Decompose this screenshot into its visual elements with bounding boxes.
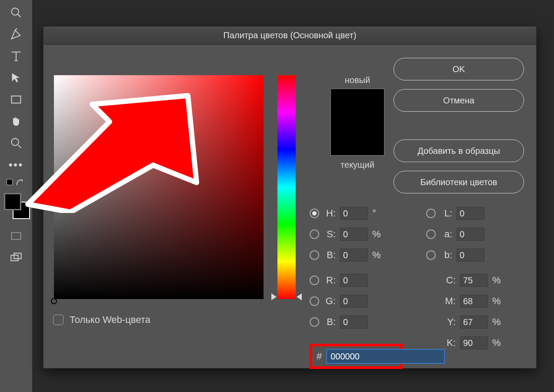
b-label: B: xyxy=(324,249,336,261)
color-field[interactable] xyxy=(54,75,264,299)
rectangle-tool-icon[interactable] xyxy=(4,89,28,110)
more-tools-icon[interactable]: ••• xyxy=(4,154,28,176)
brightness-radio[interactable] xyxy=(310,250,319,260)
svg-line-1 xyxy=(18,14,21,17)
h-unit: ° xyxy=(372,208,383,219)
web-colors-option[interactable]: Только Web-цвета xyxy=(53,314,150,326)
svg-point-7 xyxy=(12,139,19,146)
hue-slider-handle-right-icon[interactable] xyxy=(297,293,302,300)
preview-current-label: текущий xyxy=(310,160,405,170)
k-label: K: xyxy=(440,337,456,349)
k-unit: % xyxy=(492,337,503,349)
add-to-swatches-button[interactable]: Добавить в образцы xyxy=(394,140,524,162)
color-picker-dialog: Палитра цветов (Основной цвет) новый тек… xyxy=(43,26,537,369)
green-radio[interactable] xyxy=(310,296,319,306)
b-unit: % xyxy=(372,249,383,261)
r-input[interactable] xyxy=(340,274,368,287)
svg-line-8 xyxy=(18,145,21,148)
ok-button[interactable]: OK xyxy=(394,58,524,80)
screen-mode-tool-icon[interactable] xyxy=(4,247,28,269)
red-radio[interactable] xyxy=(310,276,319,285)
magnifier-tool-icon[interactable] xyxy=(4,2,28,23)
s-label: S: xyxy=(324,229,336,240)
rgb-b-label: B: xyxy=(324,316,336,328)
preview-current-color[interactable] xyxy=(331,122,384,155)
s-unit: % xyxy=(372,229,383,240)
y-label: Y: xyxy=(440,316,456,328)
y-unit: % xyxy=(492,316,503,328)
color-preview: новый текущий xyxy=(310,75,405,170)
lab-b-input[interactable] xyxy=(457,249,484,262)
blue-radio[interactable] xyxy=(310,317,319,327)
m-input[interactable] xyxy=(460,295,488,308)
k-input[interactable] xyxy=(460,336,488,349)
b-input[interactable] xyxy=(340,249,368,262)
c-unit: % xyxy=(492,275,503,286)
hex-input[interactable] xyxy=(326,349,445,364)
svg-rect-6 xyxy=(12,96,21,103)
a-label: a: xyxy=(440,229,452,240)
g-input[interactable] xyxy=(340,295,368,308)
hue-slider-handle-left-icon[interactable] xyxy=(271,293,277,300)
foreground-color-swatch[interactable] xyxy=(4,193,21,210)
g-label: G: xyxy=(324,296,336,307)
zoom-tool-icon[interactable] xyxy=(4,132,28,154)
a-radio[interactable] xyxy=(426,229,436,239)
web-colors-checkbox[interactable] xyxy=(53,315,63,325)
quickmask-tool-icon[interactable] xyxy=(4,225,28,247)
svg-point-0 xyxy=(12,8,19,15)
dialog-title: Палитра цветов (Основной цвет) xyxy=(224,30,357,40)
pen-tool-icon[interactable] xyxy=(4,23,28,45)
c-input[interactable] xyxy=(460,274,488,287)
a-input[interactable] xyxy=(457,228,484,241)
l-input[interactable] xyxy=(457,207,484,220)
m-label: M: xyxy=(440,296,456,307)
lab-b-label: b: xyxy=(440,249,452,261)
hue-slider[interactable] xyxy=(277,75,296,299)
s-input[interactable] xyxy=(340,228,368,241)
svg-rect-11 xyxy=(14,253,21,259)
svg-point-12 xyxy=(51,299,57,304)
cancel-button[interactable]: Отмена xyxy=(394,89,524,112)
tools-panel: ••• xyxy=(0,0,32,392)
r-label: R: xyxy=(324,275,336,286)
path-select-tool-icon[interactable] xyxy=(4,67,28,89)
dialog-titlebar: Палитра цветов (Основной цвет) xyxy=(43,27,536,45)
hex-hash-label: # xyxy=(317,351,322,362)
svg-rect-10 xyxy=(11,255,18,261)
l-label: L: xyxy=(440,208,452,219)
lab-b-radio[interactable] xyxy=(426,250,436,260)
l-radio[interactable] xyxy=(426,209,436,218)
default-colors-icon[interactable] xyxy=(4,179,28,191)
color-libraries-button[interactable]: Библиотеки цветов xyxy=(394,171,524,193)
c-label: C: xyxy=(440,275,456,286)
hue-radio[interactable] xyxy=(310,209,319,218)
y-input[interactable] xyxy=(460,316,488,329)
h-label: H: xyxy=(324,208,336,219)
h-input[interactable] xyxy=(340,207,368,220)
preview-new-label: новый xyxy=(310,75,405,85)
color-swatches[interactable] xyxy=(3,193,29,219)
svg-line-2 xyxy=(15,28,17,30)
hex-field-highlight: # xyxy=(310,344,403,369)
rgb-b-input[interactable] xyxy=(340,316,368,329)
svg-rect-9 xyxy=(12,233,21,239)
hand-tool-icon[interactable] xyxy=(4,110,28,132)
type-tool-icon[interactable] xyxy=(4,45,28,67)
web-colors-label: Только Web-цвета xyxy=(70,314,150,326)
saturation-radio[interactable] xyxy=(310,229,319,239)
color-field-cursor-icon xyxy=(51,298,57,304)
preview-new-color xyxy=(331,89,384,122)
m-unit: % xyxy=(492,296,503,307)
